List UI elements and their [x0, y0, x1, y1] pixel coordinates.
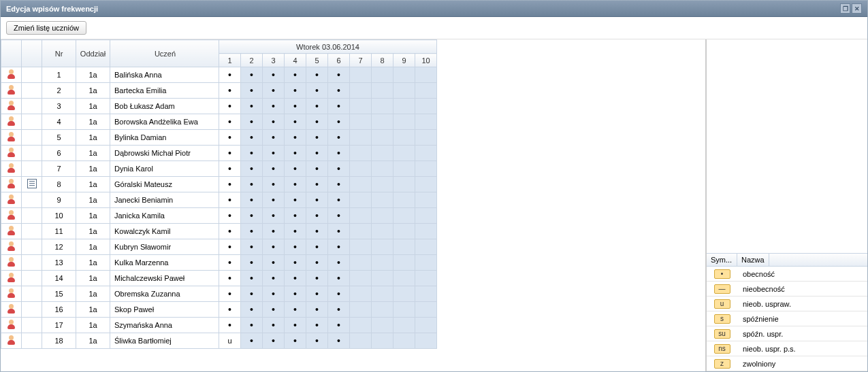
- attendance-cell[interactable]: [393, 177, 415, 192]
- attendance-cell[interactable]: •: [263, 208, 285, 224]
- attendance-cell[interactable]: •: [263, 239, 285, 255]
- attendance-cell[interactable]: •: [328, 271, 350, 286]
- attendance-cell[interactable]: •: [263, 83, 285, 99]
- attendance-cell[interactable]: •: [306, 255, 328, 271]
- attendance-cell[interactable]: •: [306, 146, 328, 161]
- attendance-cell[interactable]: •: [328, 224, 350, 239]
- attendance-cell[interactable]: •: [306, 83, 328, 99]
- attendance-cell[interactable]: [415, 302, 437, 318]
- attendance-cell[interactable]: [415, 67, 437, 83]
- attendance-cell[interactable]: •: [241, 114, 263, 130]
- table-row[interactable]: 161aSkop Paweł••••••: [1, 302, 437, 318]
- table-row[interactable]: 141aMichalczewski Paweł••••••: [1, 271, 437, 286]
- attendance-cell[interactable]: •: [285, 333, 306, 349]
- attendance-cell[interactable]: •: [285, 67, 306, 83]
- change-student-list-button[interactable]: Zmień listę uczniów: [6, 21, 86, 35]
- col-header-lesson-2[interactable]: 2: [241, 54, 263, 67]
- attendance-cell[interactable]: •: [219, 318, 241, 333]
- col-header-uczen[interactable]: Uczeń: [110, 40, 219, 67]
- attendance-cell[interactable]: •: [285, 99, 306, 114]
- table-row[interactable]: 41aBorowska Andżelika Ewa••••••: [1, 114, 437, 130]
- attendance-cell[interactable]: •: [219, 83, 241, 99]
- legend-header-sym[interactable]: Sym...: [707, 254, 737, 266]
- col-header-nr[interactable]: Nr: [42, 40, 76, 67]
- attendance-cell[interactable]: •: [306, 302, 328, 318]
- attendance-cell[interactable]: [350, 239, 372, 255]
- attendance-cell[interactable]: •: [328, 208, 350, 224]
- attendance-cell[interactable]: [415, 224, 437, 239]
- attendance-cell[interactable]: •: [285, 224, 306, 239]
- attendance-cell[interactable]: •: [306, 286, 328, 302]
- attendance-cell[interactable]: •: [328, 130, 350, 146]
- attendance-cell[interactable]: •: [285, 146, 306, 161]
- table-row[interactable]: 21aBartecka Emilia••••••: [1, 83, 437, 99]
- attendance-cell[interactable]: •: [219, 208, 241, 224]
- attendance-cell[interactable]: •: [306, 177, 328, 192]
- attendance-cell[interactable]: [350, 286, 372, 302]
- attendance-cell[interactable]: [393, 318, 415, 333]
- table-row[interactable]: 71aDynia Karol••••••: [1, 161, 437, 177]
- attendance-cell[interactable]: [350, 255, 372, 271]
- attendance-cell[interactable]: [350, 99, 372, 114]
- attendance-cell[interactable]: •: [285, 302, 306, 318]
- attendance-cell[interactable]: •: [241, 83, 263, 99]
- attendance-cell[interactable]: •: [285, 192, 306, 208]
- attendance-cell[interactable]: •: [285, 318, 306, 333]
- attendance-cell[interactable]: •: [328, 302, 350, 318]
- attendance-cell[interactable]: [372, 333, 393, 349]
- attendance-cell[interactable]: [372, 318, 393, 333]
- attendance-cell[interactable]: [393, 114, 415, 130]
- attendance-cell[interactable]: [393, 83, 415, 99]
- legend-header-name[interactable]: Nazwa: [737, 254, 769, 266]
- attendance-cell[interactable]: •: [263, 161, 285, 177]
- attendance-cell[interactable]: [415, 83, 437, 99]
- attendance-cell[interactable]: •: [263, 99, 285, 114]
- attendance-cell[interactable]: •: [285, 83, 306, 99]
- close-button[interactable]: ✕: [852, 3, 862, 14]
- attendance-cell[interactable]: [372, 302, 393, 318]
- attendance-cell[interactable]: [350, 192, 372, 208]
- attendance-cell[interactable]: [350, 114, 372, 130]
- attendance-cell[interactable]: •: [241, 302, 263, 318]
- attendance-cell[interactable]: •: [219, 224, 241, 239]
- attendance-cell[interactable]: •: [285, 114, 306, 130]
- attendance-cell[interactable]: •: [241, 255, 263, 271]
- table-row[interactable]: 81aGóralski Mateusz••••••: [1, 177, 437, 192]
- attendance-cell[interactable]: •: [306, 318, 328, 333]
- col-header-lesson-6[interactable]: 6: [328, 54, 350, 67]
- attendance-cell[interactable]: [393, 333, 415, 349]
- attendance-cell[interactable]: [372, 83, 393, 99]
- attendance-cell[interactable]: u: [219, 333, 241, 349]
- attendance-cell[interactable]: [350, 146, 372, 161]
- col-header-lesson-9[interactable]: 9: [393, 54, 415, 67]
- attendance-cell[interactable]: [350, 177, 372, 192]
- attendance-cell[interactable]: [350, 208, 372, 224]
- attendance-cell[interactable]: •: [263, 177, 285, 192]
- attendance-cell[interactable]: •: [306, 161, 328, 177]
- attendance-cell[interactable]: •: [306, 239, 328, 255]
- attendance-cell[interactable]: •: [263, 286, 285, 302]
- attendance-cell[interactable]: [372, 271, 393, 286]
- attendance-cell[interactable]: •: [285, 208, 306, 224]
- attendance-cell[interactable]: [372, 130, 393, 146]
- attendance-cell[interactable]: •: [263, 318, 285, 333]
- attendance-cell[interactable]: •: [219, 192, 241, 208]
- attendance-cell[interactable]: [415, 239, 437, 255]
- attendance-cell[interactable]: •: [241, 239, 263, 255]
- col-header-lesson-8[interactable]: 8: [372, 54, 393, 67]
- legend-row[interactable]: •obecność: [707, 267, 867, 282]
- attendance-cell[interactable]: [415, 146, 437, 161]
- col-header-lesson-7[interactable]: 7: [350, 54, 372, 67]
- attendance-cell[interactable]: [415, 333, 437, 349]
- attendance-cell[interactable]: •: [328, 114, 350, 130]
- attendance-cell[interactable]: •: [328, 255, 350, 271]
- attendance-cell[interactable]: •: [328, 333, 350, 349]
- attendance-cell[interactable]: [415, 286, 437, 302]
- attendance-cell[interactable]: •: [328, 146, 350, 161]
- attendance-cell[interactable]: •: [306, 192, 328, 208]
- attendance-cell[interactable]: [393, 271, 415, 286]
- col-header-lesson-4[interactable]: 4: [285, 54, 306, 67]
- attendance-cell[interactable]: •: [219, 239, 241, 255]
- attendance-cell[interactable]: [393, 208, 415, 224]
- attendance-cell[interactable]: [415, 161, 437, 177]
